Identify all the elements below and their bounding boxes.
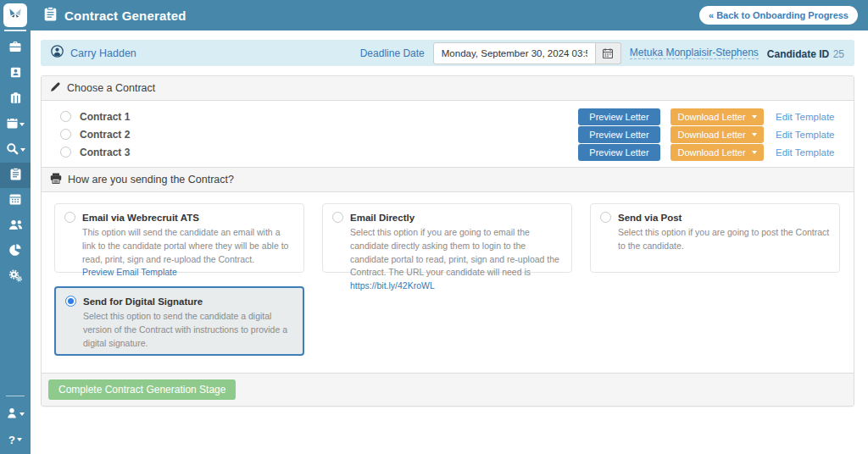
contract-1-label: Contract 1 [80,111,130,123]
panel-footer: Complete Contract Generation Stage [42,373,854,406]
candidate-id-label: Candidate ID [767,48,829,60]
download-letter-button[interactable]: Download Letter [670,126,764,143]
calendar-grid-icon [9,193,21,208]
sidebar-item-account-menu[interactable] [0,401,31,427]
contract-row: Contract 1 Preview Letter Download Lette… [52,108,843,125]
chevron-down-icon [17,438,22,441]
candidate-name: Carry Hadden [70,47,136,59]
option-email-directly-radio[interactable] [332,212,343,223]
pie-chart-icon [9,244,21,259]
choose-contract-title: Choose a Contract [67,82,155,94]
sidebar-item-clients[interactable] [0,86,31,112]
calendar-picker-button[interactable] [596,42,621,64]
option-label: Send for Digital Signature [83,296,203,307]
person-circle-icon [51,45,64,61]
logo-divider [4,30,26,31]
sending-method-title: How are you sending the Contract? [68,174,234,185]
preview-letter-button[interactable]: Preview Letter [578,108,660,125]
deadline-date-input[interactable] [433,42,596,64]
help-icon: ? [8,434,15,446]
owner-link[interactable]: Metuka Monplaisir-Stephens [630,47,759,59]
calendar-dropdown-icon [7,117,18,132]
chevron-down-icon [752,151,757,154]
sidebar-item-candidates[interactable] [0,61,31,86]
search-icon [6,142,19,158]
contract-panel: Choose a Contract Contract 1 Preview Let… [41,75,854,407]
sidebar-item-users[interactable] [0,213,31,239]
sending-options: Email via Webrecruit ATS This option wil… [42,192,854,373]
sidebar-item-onboarding-active[interactable] [0,163,31,188]
option-description: Select this option if you are going to e… [350,226,562,293]
candidate-portal-url-link[interactable]: https://bit.ly/42KroWL [350,280,435,291]
preview-letter-button[interactable]: Preview Letter [578,144,660,161]
sidebar-item-calendar-menu[interactable] [0,112,31,137]
candidate-bar: Carry Hadden Deadline Date [41,40,854,66]
contract-1-radio[interactable] [60,111,71,122]
back-to-onboarding-button[interactable]: « Back to Onboarding Progress [699,6,858,25]
butterfly-icon [7,5,24,25]
chevron-down-icon [20,148,25,152]
page-header: Contract Generated « Back to Onboarding … [31,0,868,30]
preview-email-template-link[interactable]: Preview Email Template [82,267,177,277]
gears-icon [8,269,22,285]
download-letter-button[interactable]: Download Letter [670,108,764,125]
contract-row: Contract 3 Preview Letter Download Lette… [52,143,843,161]
calendar-icon [603,48,613,58]
option-email-via-ats[interactable]: Email via Webrecruit ATS This option wil… [54,203,304,273]
option-description: Select this option to send the candidate… [83,310,293,350]
option-label: Email via Webrecruit ATS [82,213,199,223]
option-label: Email Directly [350,213,415,223]
contract-3-label: Contract 3 [80,147,130,158]
app-logo[interactable] [3,3,27,27]
chevron-down-icon [19,412,25,416]
chevron-down-icon [19,123,25,126]
edit-template-link[interactable]: Edit Template [776,147,843,158]
page-content: Carry Hadden Deadline Date [31,30,868,454]
sending-method-heading: How are you sending the Contract? [42,167,854,192]
complete-contract-stage-button[interactable]: Complete Contract Generation Stage [48,379,236,400]
sidebar-item-schedule[interactable] [0,188,31,213]
contract-3-radio[interactable] [60,147,71,158]
choose-contract-heading: Choose a Contract [42,76,854,101]
contract-row: Contract 2 Preview Letter Download Lette… [52,125,843,143]
clipboard-icon [10,168,21,184]
preview-letter-button[interactable]: Preview Letter [578,126,660,143]
option-email-directly[interactable]: Email Directly Select this option if you… [322,203,572,273]
user-icon [7,407,18,422]
option-digital-signature[interactable]: Send for Digital Signature Select this o… [54,286,304,356]
deadline-date-label: Deadline Date [360,47,425,59]
sidebar-divider [6,396,25,396]
deadline-date-group [433,42,621,64]
option-email-via-ats-radio[interactable] [64,212,75,223]
sidebar-item-reports[interactable] [0,239,31,264]
option-description: Select this option if you are going to p… [618,226,830,253]
chevron-down-icon [752,133,757,136]
contract-list: Contract 1 Preview Letter Download Lette… [42,101,854,167]
edit-template-link[interactable]: Edit Template [776,112,843,122]
sidebar-item-search-menu[interactable] [0,137,31,163]
pencil-icon [50,81,61,95]
candidate-id-value: 25 [833,48,844,60]
chevron-down-icon [752,115,757,119]
clipboard-icon [44,7,57,25]
sidebar: ? [0,0,31,454]
printer-icon [50,173,62,186]
main-area: Contract Generated « Back to Onboarding … [31,0,868,454]
option-label: Send via Post [618,213,682,223]
sidebar-item-settings[interactable] [0,264,31,290]
option-digital-signature-radio[interactable] [65,296,76,307]
contract-2-radio[interactable] [60,129,71,140]
id-card-icon [9,66,22,82]
users-icon [8,219,23,234]
briefcase-icon [8,41,22,57]
option-description: This option will send the candidate an e… [82,226,294,280]
sidebar-item-help-menu[interactable]: ? [0,427,31,452]
page-title: Contract Generated [64,8,186,23]
vault-icon [9,91,22,108]
download-letter-button[interactable]: Download Letter [670,144,764,161]
sidebar-item-jobs[interactable] [0,36,31,61]
edit-template-link[interactable]: Edit Template [776,130,843,140]
contract-2-label: Contract 2 [80,129,130,141]
option-send-via-post[interactable]: Send via Post Select this option if you … [590,203,840,273]
option-send-via-post-radio[interactable] [600,212,611,223]
